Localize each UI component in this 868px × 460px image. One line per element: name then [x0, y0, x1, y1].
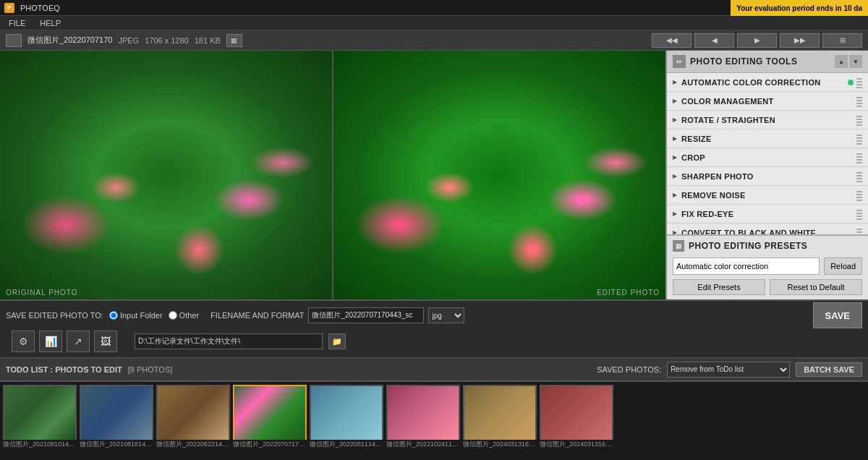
preset-select-row: Automatic color correction Reload [673, 257, 862, 275]
original-photo-panel: ORIGINAL PHOTO [0, 51, 332, 299]
thumbnail-3[interactable] [233, 385, 307, 440]
tool-arrow-2: ▶ [673, 116, 677, 123]
edited-photo-label: EDITED PHOTO [597, 289, 660, 297]
save-button[interactable]: SAVE [813, 302, 862, 328]
radio-other-label: Other [179, 311, 200, 320]
thumbnail-5[interactable] [386, 385, 460, 440]
todo-label: TODO LIST : PHOTOS TO EDIT [6, 365, 122, 374]
tools-list: ▶ AUTOMATIC COLOR CORRECTION ▶ COLOR MAN… [667, 73, 868, 234]
thumbnail-2[interactable] [156, 385, 230, 440]
tool-drag-1 [856, 95, 862, 107]
filename-input[interactable] [308, 307, 424, 323]
tool-item-0[interactable]: ▶ AUTOMATIC COLOR CORRECTION [667, 73, 868, 92]
thumbnail-image-1 [81, 386, 152, 440]
radio-input-folder-input[interactable] [109, 311, 118, 320]
radio-input-folder-label: Input Folder [120, 311, 163, 320]
presets-section: ▦ PHOTO EDITING PRESETS Automatic color … [667, 234, 868, 299]
preset-select[interactable]: Automatic color correction [673, 257, 820, 275]
thumbnail-strip: 微信图片_202108101446... 微信图片_202108161408..… [0, 380, 868, 460]
tool-item-2[interactable]: ▶ ROTATE / STRAIGHTEN [667, 111, 868, 129]
thumbnail-label-text-1: 微信图片_202108161408... [80, 440, 153, 454]
tool-icon-1[interactable]: ⚙ [12, 331, 35, 352]
batch-save-button[interactable]: BATCH SAVE [796, 362, 862, 377]
folder-browse-button[interactable]: 📁 [328, 333, 346, 349]
original-photo-label: ORIGINAL PHOTO [6, 289, 78, 297]
tool-label-5: SHARPEN PHOTO [681, 172, 854, 181]
file-format: JPEG [118, 36, 139, 45]
tool-drag-3 [856, 133, 862, 145]
folder-path-input[interactable] [135, 333, 323, 349]
preset-reload-button[interactable]: Reload [824, 257, 862, 275]
tool-item-7[interactable]: ▶ FIX RED-EYE [667, 205, 868, 223]
panel-nav-down[interactable]: ▼ [849, 55, 862, 68]
tool-item-6[interactable]: ▶ REMOVE NOISE [667, 186, 868, 205]
radio-other-input[interactable] [169, 311, 177, 320]
folder-row: ⚙ 📊 ↗ 🖼 📁 [0, 330, 868, 353]
tool-icon-3[interactable]: ↗ [67, 331, 90, 352]
tool-item-3[interactable]: ▶ RESIZE [667, 129, 868, 148]
thumbnail-label-text-4: 微信图片_202208111417... [310, 440, 383, 454]
tool-icon-2[interactable]: 📊 [39, 331, 62, 352]
file-thumbnail [6, 34, 22, 47]
thumbnail-0[interactable] [3, 385, 77, 440]
tool-drag-7 [856, 208, 862, 220]
nav-button-5[interactable]: ⊞ [822, 33, 862, 48]
tool-drag-5 [856, 171, 862, 182]
tool-label-6: REMOVE NOISE [681, 191, 854, 200]
file-info-button[interactable]: ▦ [226, 34, 242, 47]
edited-photo-panel: EDITED PHOTO [332, 51, 665, 299]
file-bar: 微信图片_20220707170 JPEG 1706 x 1280 181 KB… [0, 30, 868, 51]
thumbnail-7[interactable] [540, 385, 613, 440]
tool-label-2: ROTATE / STRAIGHTEN [681, 116, 854, 124]
filename-label: FILENAME AND FORMAT [210, 311, 304, 320]
file-dimensions: 1706 x 1280 [145, 36, 189, 45]
todo-count: [8 PHOTOS] [128, 365, 173, 374]
tool-icon-4[interactable]: 🖼 [94, 331, 117, 352]
thumbnail-1[interactable] [80, 385, 153, 440]
tool-label-1: COLOR MANAGEMENT [681, 97, 854, 106]
filename-section: FILENAME AND FORMAT jpg png bmp [210, 307, 464, 323]
presets-icon: ▦ [673, 240, 684, 252]
saved-photos-select[interactable]: Remove from ToDo list [667, 362, 790, 378]
tool-item-5[interactable]: ▶ SHARPEN PHOTO [667, 167, 868, 186]
thumbnail-image-3 [234, 386, 305, 440]
preset-buttons: Edit Presets Reset to Default [673, 279, 862, 295]
app-icon: P [4, 3, 14, 13]
tool-item-4[interactable]: ▶ CROP [667, 148, 868, 167]
thumbnail-image-5 [388, 386, 459, 440]
thumbnail-6[interactable] [463, 385, 537, 440]
nav-button-4[interactable]: ▶▶ [780, 33, 820, 48]
tool-item-1[interactable]: ▶ COLOR MANAGEMENT [667, 92, 868, 111]
viewer-and-panel: ORIGINAL PHOTO EDITED PHOTO ✏ PHOTO EDIT… [0, 51, 868, 299]
file-size: 181 KB [195, 36, 221, 45]
saved-photos-label: SAVED PHOTOS: [597, 365, 661, 374]
app-title: PHOTOEQ [20, 4, 60, 12]
panel-nav: ▲ ▼ [835, 55, 862, 68]
radio-other[interactable]: Other [169, 311, 200, 320]
radio-input-folder[interactable]: Input Folder [109, 311, 163, 320]
thumbnail-image-6 [464, 386, 535, 440]
thumbnail-label-text-3: 微信图片_202207071704... [233, 440, 307, 454]
right-panel: ✏ PHOTO EDITING TOOLS ▲ ▼ ▶ AUTOMATIC CO… [665, 51, 868, 299]
nav-button-2[interactable]: ◀ [694, 33, 734, 48]
menu-help[interactable]: HELP [37, 19, 64, 27]
eval-banner: Your evaluation period ends in 10 da [731, 0, 868, 16]
panel-nav-up[interactable]: ▲ [835, 55, 848, 68]
menu-bar: FILE HELP [0, 16, 868, 30]
preset-edit-button[interactable]: Edit Presets [673, 279, 765, 295]
thumbnail-label-text-5: 微信图片_202210241141... [386, 440, 460, 454]
save-to-label: SAVE EDITED PHOTO TO: [6, 311, 103, 320]
thumbnail-label-text-6: 微信图片_202403131657... [463, 440, 537, 454]
tool-label-8: CONVERT TO BLACK AND WHITE [681, 229, 854, 235]
tool-drag-6 [856, 189, 862, 201]
nav-button-3[interactable]: ▶ [737, 33, 777, 48]
preset-reset-button[interactable]: Reset to Default [770, 279, 862, 295]
thumbnail-label-text-0: 微信图片_202108101446... [3, 440, 77, 454]
nav-button-1[interactable]: ◀◀ [652, 33, 692, 48]
thumbnail-4[interactable] [310, 385, 383, 440]
save-row: SAVE EDITED PHOTO TO: Input Folder Other… [0, 301, 868, 330]
tool-item-8[interactable]: ▶ CONVERT TO BLACK AND WHITE [667, 223, 868, 234]
tool-label-3: RESIZE [681, 135, 854, 143]
format-select[interactable]: jpg png bmp [428, 307, 464, 323]
menu-file[interactable]: FILE [6, 19, 28, 27]
